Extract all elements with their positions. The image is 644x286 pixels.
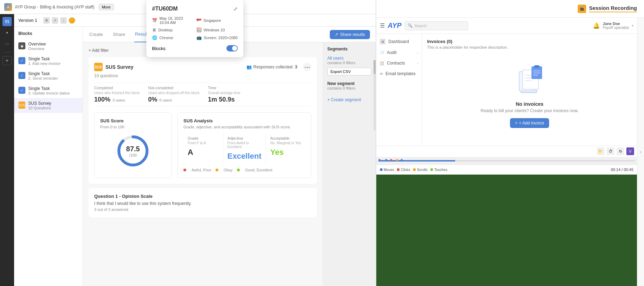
block-item-task2[interactable]: ✓ Single Task 2. Send reminder: [14, 68, 83, 83]
tab-share[interactable]: Share: [112, 27, 126, 42]
block-item-task1[interactable]: ✓ Single Task 1. Add new invoice: [14, 54, 83, 68]
tool-folder-icon[interactable]: 📁: [597, 147, 604, 155]
new-segment: New segment contains 0 filters: [327, 81, 371, 90]
grade-value: A: [188, 148, 219, 157]
survey-block-menu[interactable]: ⋯: [303, 63, 311, 71]
donut-value: 87.5: [126, 145, 140, 153]
expand-chevron-icon: ›: [640, 150, 642, 154]
no-invoices-desc: Ready to bill your clients? Create your …: [481, 108, 578, 113]
ayp-user-area: 🔔 Jane Doe PayoR specialist ▾: [593, 22, 633, 30]
ayp-sidebar-nav: ⊞ Dashboard 📄 Audit › 📋 Contracts ›: [376, 34, 422, 146]
stat-completed-value: 100%: [94, 96, 110, 103]
sus-analysis-title: SUS Analysis: [183, 118, 305, 123]
create-segment-btn[interactable]: + Create segment: [327, 97, 371, 102]
audit-icon: 📄: [380, 51, 384, 55]
dashboard-icon: ⊞: [380, 39, 385, 44]
legend-row: Awful, Poor Okay Good, Excellent: [183, 168, 305, 172]
nav-icon-dot[interactable]: •: [2, 28, 12, 37]
ayp-search-box[interactable]: 🔍 Search: [405, 21, 468, 30]
share-results-button[interactable]: ↗ Share results: [330, 30, 370, 39]
toolbar-row: 📁 ⏱ ↻ V: [376, 146, 637, 157]
nav-contracts[interactable]: 📋 Contracts ›: [376, 58, 422, 68]
stat-time: Time Overall average time 1m 50.9s: [208, 86, 240, 103]
version-icon-share[interactable]: ↗: [52, 17, 58, 24]
block-item-sus[interactable]: SUS SUS Survey 10 Questions: [14, 98, 83, 113]
add-filter-btn[interactable]: + Add filter: [89, 48, 109, 53]
hamburger-icon[interactable]: ☰: [380, 22, 385, 29]
tool-clock-icon[interactable]: ⏱: [607, 147, 614, 155]
sr-title: Session Recording: [589, 5, 637, 12]
nav-icon-version[interactable]: V1: [2, 17, 12, 26]
user-role: PayoR specialist: [603, 26, 629, 30]
touches-dot: [430, 168, 433, 171]
block-item-task3[interactable]: ✓ Single Task 3. Update invoice status: [14, 83, 83, 98]
svg-rect-8: [531, 66, 542, 79]
search-placeholder: Search: [414, 24, 427, 28]
tool-refresh-icon[interactable]: ↻: [616, 147, 624, 155]
audit-arrow: ›: [417, 51, 418, 55]
blocks-title: Blocks: [14, 31, 83, 39]
progress-timeline[interactable]: [376, 157, 637, 165]
progress-track[interactable]: [378, 160, 635, 162]
nav-audit[interactable]: 📄 Audit ›: [376, 47, 422, 58]
block-sub-task2: 2. Send reminder: [28, 76, 58, 80]
tab-create[interactable]: Create: [89, 27, 104, 42]
timeline-dot-3: [401, 159, 403, 161]
chrome-icon: 🌐: [152, 35, 157, 40]
version-icon-settings[interactable]: ⚙: [43, 17, 50, 24]
legend-good-label: Good, Excellent: [245, 168, 273, 172]
stat-completed-label: Completed: [94, 86, 140, 90]
blocks-toggle[interactable]: [226, 45, 238, 51]
legend-okay-label: Okay: [224, 168, 233, 172]
right-edge-expand[interactable]: ›: [637, 18, 644, 286]
nav-icon-add[interactable]: +: [2, 56, 12, 65]
user-info: Jane Doe PayoR specialist: [603, 22, 629, 30]
survey-block-header: SUS SUS Survey 👥 Responses collected: 3 …: [94, 63, 311, 71]
info-date: 📅 May 18, 2023 10:04 AM: [152, 16, 194, 25]
stat-time-label: Time: [208, 86, 240, 90]
bell-icon[interactable]: 🔔: [593, 22, 600, 29]
nav-dashboard[interactable]: ⊞ Dashboard: [376, 36, 422, 47]
tool-user-icon[interactable]: V: [626, 147, 634, 155]
sr-header: 🎬 Session Recording: [376, 0, 644, 18]
breadcrumb-group[interactable]: AYP Group: [15, 5, 36, 10]
block-name-task1: Single Task: [28, 56, 61, 61]
ayp-content: ⊞ Dashboard 📄 Audit › 📋 Contracts ›: [376, 34, 637, 146]
stat-notcompleted-users: 0 users: [159, 98, 172, 102]
export-csv-button[interactable]: Export CSV: [327, 68, 371, 75]
nav-icon-dots[interactable]: ⋯: [2, 39, 12, 49]
user-dropdown-icon[interactable]: ▾: [632, 24, 633, 28]
acceptable-label: Acceptable: [270, 136, 301, 140]
legend-dot-good: [237, 168, 241, 172]
breadcrumb: AYP Group › Billing & Invoicing (AYP sta…: [15, 4, 114, 10]
new-segment-desc: contains 0 filters: [327, 86, 371, 90]
email-icon: ✉: [380, 72, 383, 76]
question-answered: 3 out of 3 answered: [94, 207, 311, 212]
responses-badge: 👥 Responses collected: 3: [247, 65, 297, 69]
all-users-link[interactable]: All users: [327, 56, 371, 61]
session-id: #TU60DM: [152, 6, 178, 12]
expand-button[interactable]: ⤢: [233, 6, 238, 12]
block-name-task3: Single Task: [28, 86, 69, 91]
block-sub-task3: 3. Update invoice status: [28, 91, 69, 95]
timeline-dot-moves: [378, 159, 381, 161]
breadcrumb-billing[interactable]: Billing & Invoicing (AYP staff): [40, 5, 95, 10]
add-invoice-button[interactable]: + + Add invoice: [510, 118, 549, 128]
version-icon-download[interactable]: ↓: [60, 17, 67, 24]
acceptable-value: Yes: [270, 148, 301, 157]
block-item-overview[interactable]: ◉ Overview Overview: [14, 39, 83, 54]
adjective-range: From Awful to Excellent: [227, 141, 262, 149]
version-icon-avatar[interactable]: 😊: [69, 17, 75, 24]
no-invoices-area: No invoices Ready to bill your clients? …: [427, 52, 632, 141]
audit-label: Audit: [387, 50, 396, 55]
scrollbar-thumb[interactable]: [373, 60, 376, 74]
info-browser: 🌐 Chrome: [152, 35, 194, 40]
more-button[interactable]: More: [99, 4, 114, 10]
sr-icon: 🎬: [578, 5, 586, 13]
nav-email-templates[interactable]: ✉ Email templates: [376, 68, 422, 79]
acceptable-range: No, Marginal or Yes: [270, 141, 301, 145]
responses-label: Responses collected:: [253, 65, 293, 69]
scrollbar-track[interactable]: [373, 60, 376, 130]
legend-dot-okay: [215, 168, 219, 172]
ayp-topbar: ☰ AYP 🔍 Search 🔔 Jane Doe PayoR speciali…: [376, 18, 637, 34]
